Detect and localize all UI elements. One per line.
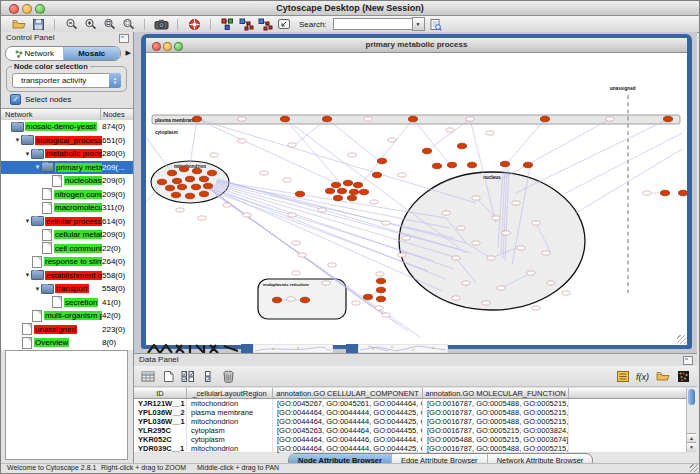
graph-node[interactable]	[606, 117, 614, 121]
disclosure-triangle-icon[interactable]: ▼	[24, 272, 31, 278]
graph-node-highlighted[interactable]	[191, 184, 200, 190]
tree-row[interactable]: nitrogen compo209(0)	[1, 188, 133, 202]
graph-node-highlighted[interactable]	[376, 278, 385, 284]
network-view-window[interactable]: primary metabolic process plasma membran…	[141, 34, 692, 349]
graph-node-highlighted[interactable]	[171, 192, 180, 198]
graph-node[interactable]	[446, 128, 454, 132]
graph-node[interactable]	[502, 231, 510, 235]
tree-row[interactable]: response to stimul264(0)	[1, 255, 133, 269]
unselect-attributes-icon[interactable]	[200, 369, 216, 383]
graph-node[interactable]	[243, 213, 251, 217]
graph-node[interactable]	[223, 203, 231, 207]
graph-node[interactable]	[398, 173, 406, 177]
graph-node-highlighted[interactable]	[660, 190, 669, 196]
network-overview-icon[interactable]	[219, 17, 235, 31]
tree-row[interactable]: ▼transport558(0)	[1, 282, 133, 296]
graph-node[interactable]	[298, 253, 306, 257]
zoom-view-button[interactable]	[174, 42, 183, 51]
graph-node-highlighted[interactable]	[457, 143, 466, 149]
graph-node[interactable]	[532, 221, 540, 225]
graph-node-highlighted[interactable]	[333, 195, 342, 201]
graph-node-highlighted[interactable]	[447, 162, 456, 168]
tree-row[interactable]: mosaic-demo-yeast874(0)	[1, 120, 133, 134]
graph-node[interactable]	[382, 221, 390, 225]
graph-node-highlighted[interactable]	[359, 189, 368, 195]
tree-row[interactable]: cellular metabo209(0)	[1, 228, 133, 242]
minimize-window-button[interactable]	[22, 4, 32, 14]
formula-builder-icon[interactable]: f(x)	[635, 369, 651, 383]
attribute-table-icon[interactable]	[140, 369, 156, 383]
graph-node-highlighted[interactable]	[467, 162, 476, 168]
disclosure-triangle-icon[interactable]: ▼	[34, 164, 41, 170]
graph-node-highlighted[interactable]	[349, 189, 358, 195]
background-network-sliver[interactable]	[253, 344, 333, 353]
graph-node-highlighted[interactable]	[325, 188, 334, 194]
graph-node[interactable]	[376, 272, 384, 276]
graph-node-highlighted[interactable]	[678, 190, 687, 196]
save-icon[interactable]	[30, 17, 46, 31]
graph-node[interactable]	[328, 263, 336, 267]
search-input[interactable]	[333, 18, 412, 30]
tree-row[interactable]: secretion41(0)	[1, 296, 133, 310]
graph-node[interactable]	[402, 236, 410, 240]
background-window-fragment[interactable]	[146, 344, 246, 353]
graph-node[interactable]	[462, 281, 470, 285]
help-ring-icon[interactable]	[186, 17, 202, 31]
table-row[interactable]: YPL036W__2plasma membrane[GO:0044464, GO…	[134, 408, 687, 417]
graph-node-highlighted[interactable]	[165, 185, 174, 191]
graph-node[interactable]	[322, 281, 330, 285]
graph-node[interactable]	[238, 117, 246, 121]
scroll-down-icon[interactable]: ▼	[687, 442, 696, 452]
graph-node[interactable]	[348, 153, 356, 157]
create-network-icon[interactable]	[238, 17, 254, 31]
graph-node-highlighted[interactable]	[185, 176, 194, 182]
table-row[interactable]: YKR052Ccytoplasm[GO:0044464, GO:0044446,…	[134, 435, 687, 444]
graph-node[interactable]	[292, 241, 300, 245]
graph-node-highlighted[interactable]	[422, 148, 431, 154]
graph-node[interactable]	[370, 200, 378, 204]
graph-node[interactable]	[375, 306, 383, 310]
graph-node-highlighted[interactable]	[500, 161, 509, 167]
select-nodes-checkbox[interactable]: ✓	[10, 94, 21, 105]
graph-node-highlighted[interactable]	[372, 172, 381, 178]
annotation-icon[interactable]	[276, 17, 292, 31]
graph-node[interactable]	[260, 171, 268, 175]
graph-node[interactable]	[497, 286, 505, 290]
graph-node[interactable]	[238, 139, 246, 143]
network-view-titlebar[interactable]: primary metabolic process	[146, 38, 687, 53]
app-resize-grip[interactable]	[690, 464, 698, 472]
graph-node[interactable]	[643, 191, 651, 195]
graph-node-highlighted[interactable]	[377, 158, 386, 164]
zoom-fit-icon[interactable]	[120, 17, 136, 31]
view-resize-grip[interactable]	[677, 335, 686, 344]
network-column-header[interactable]: Network	[1, 109, 101, 120]
nodes-column-header[interactable]: Nodes	[101, 109, 133, 120]
graph-node[interactable]	[210, 153, 218, 157]
select-attributes-icon[interactable]	[180, 369, 196, 383]
graph-node[interactable]	[517, 246, 525, 250]
network-canvas[interactable]: plasma membrane cytoplasm mitochondrion …	[146, 53, 687, 345]
disclosure-triangle-icon[interactable]: ▼	[34, 286, 41, 292]
graph-node-highlighted[interactable]	[199, 191, 208, 197]
graph-node[interactable]	[382, 313, 390, 317]
graph-node-highlighted[interactable]	[347, 195, 356, 201]
graph-node[interactable]	[466, 117, 474, 121]
graph-node-highlighted[interactable]	[322, 116, 331, 122]
graph-node-highlighted[interactable]	[272, 297, 281, 303]
table-row[interactable]: YDR039C__1mitochondrion[GO:0044464, GO:0…	[134, 444, 687, 453]
graph-node[interactable]	[547, 281, 555, 285]
graph-node[interactable]	[176, 208, 184, 212]
table-scrollbar[interactable]: ▲ ▼	[686, 388, 697, 452]
graph-node[interactable]	[482, 301, 490, 305]
tree-row[interactable]: Overview8(0)	[1, 336, 133, 350]
disclosure-triangle-icon[interactable]: ▼	[24, 218, 31, 224]
graph-node-highlighted[interactable]	[295, 191, 304, 197]
graph-node-highlighted[interactable]	[300, 297, 309, 303]
graph-node-highlighted[interactable]	[432, 163, 441, 169]
graph-node[interactable]	[562, 291, 570, 295]
graph-node-highlighted[interactable]	[172, 178, 181, 184]
tree-row[interactable]: unassigned223(0)	[1, 323, 133, 337]
zoom-out-icon[interactable]	[63, 17, 79, 31]
background-window-corner[interactable]	[241, 344, 253, 353]
scrollbar-thumb[interactable]	[688, 389, 695, 405]
